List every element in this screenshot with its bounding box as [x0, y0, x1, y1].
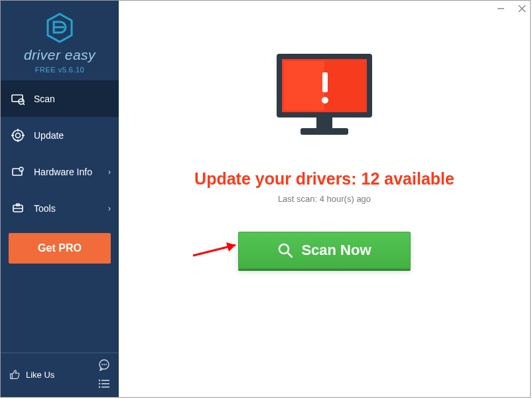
nav-item-label: Tools: [34, 203, 56, 214]
main-panel: Update your drivers: 12 available Last s…: [119, 1, 530, 397]
like-us-button[interactable]: Like Us: [9, 368, 54, 380]
svg-point-9: [16, 133, 21, 138]
update-icon: [10, 129, 26, 142]
svg-text:i: i: [21, 168, 21, 172]
minimize-icon: [497, 5, 505, 13]
minimize-button[interactable]: [495, 3, 507, 15]
app-version: FREE v5.6.10: [1, 66, 119, 74]
svg-line-7: [23, 104, 25, 105]
svg-rect-33: [316, 118, 332, 128]
window-controls: [495, 3, 528, 15]
sidebar-footer: Like Us: [1, 353, 119, 397]
app-brand-name: driver easy: [1, 47, 119, 63]
svg-rect-32: [284, 61, 324, 110]
logo-block: driver easy FREE v5.6.10: [1, 1, 119, 80]
like-us-label: Like Us: [26, 370, 54, 380]
scan-now-button[interactable]: Scan Now: [238, 232, 411, 269]
nav-item-hardware-info[interactable]: i Hardware Info ›: [1, 153, 119, 190]
svg-rect-35: [322, 72, 328, 92]
nav-item-tools[interactable]: Tools ›: [1, 190, 119, 226]
nav-item-scan[interactable]: Scan: [1, 80, 119, 117]
chevron-right-icon: ›: [108, 167, 111, 177]
scan-icon: [10, 92, 26, 106]
svg-point-24: [99, 380, 100, 381]
nav: Scan Update i Hardware Info › Tools: [1, 80, 119, 226]
svg-line-38: [287, 252, 292, 257]
nav-item-label: Hardware Info: [34, 167, 92, 177]
sidebar: driver easy FREE v5.6.10 Scan Update i: [1, 1, 119, 397]
close-button[interactable]: [516, 3, 528, 15]
monitor-alert-graphic: [265, 50, 384, 152]
svg-point-22: [103, 364, 105, 365]
chevron-right-icon: ›: [108, 204, 111, 213]
nav-item-label: Scan: [34, 94, 55, 104]
svg-point-23: [105, 364, 107, 365]
svg-rect-5: [12, 95, 23, 102]
scan-button-label: Scan Now: [301, 242, 371, 259]
close-icon: [518, 5, 526, 13]
last-scan-text: Last scan: 4 hour(s) ago: [278, 194, 371, 204]
annotation-arrow-icon: [190, 236, 250, 262]
nav-item-label: Update: [34, 130, 64, 141]
magnifier-icon: [277, 242, 293, 258]
svg-marker-40: [226, 242, 235, 252]
hardware-info-icon: i: [10, 165, 26, 179]
svg-point-26: [99, 383, 100, 384]
svg-point-36: [322, 97, 328, 104]
svg-point-8: [13, 130, 23, 141]
app-window: driver easy FREE v5.6.10 Scan Update i: [0, 0, 531, 398]
tools-icon: [10, 202, 26, 215]
app-logo-icon: [44, 13, 75, 43]
svg-point-21: [101, 364, 103, 365]
nav-item-update[interactable]: Update: [1, 117, 119, 153]
svg-point-28: [99, 386, 100, 388]
menu-list-icon[interactable]: [98, 377, 111, 390]
footer-icons: [98, 359, 111, 390]
headline-text: Update your drivers: 12 available: [194, 169, 454, 189]
thumbs-up-icon: [9, 368, 21, 380]
svg-rect-34: [300, 128, 348, 135]
get-pro-button[interactable]: Get PRO: [9, 233, 111, 264]
feedback-icon[interactable]: [98, 359, 111, 372]
